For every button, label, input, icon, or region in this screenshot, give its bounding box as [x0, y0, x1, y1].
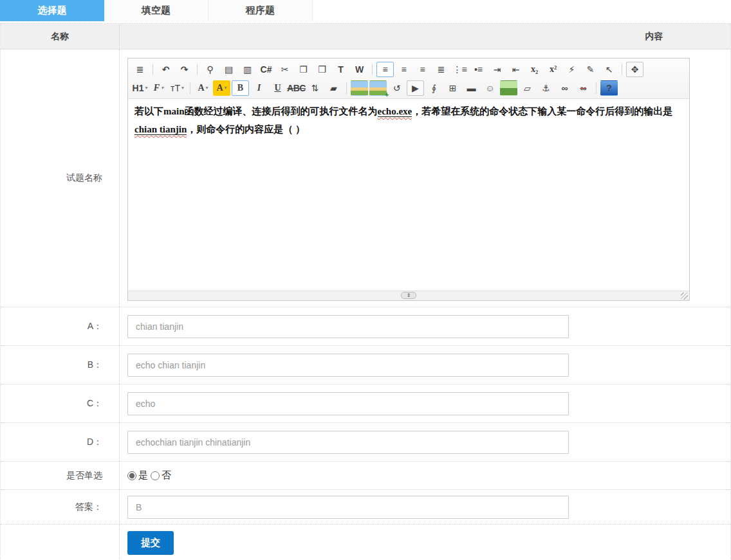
strikethrough-icon[interactable]: ABC: [288, 80, 305, 96]
answer-row: 答案：: [1, 490, 730, 525]
page-break-icon[interactable]: ▱: [519, 80, 536, 96]
flash-icon[interactable]: ↺: [388, 80, 405, 96]
option-input[interactable]: [127, 431, 569, 454]
cut-icon[interactable]: ✂: [276, 62, 293, 77]
align-center-icon[interactable]: ≡: [395, 62, 412, 77]
horizontal-rule-icon[interactable]: ▬: [463, 80, 480, 96]
line-height-icon[interactable]: ⇅: [306, 80, 324, 96]
tab-bar: 选择题 填空题 程序题: [0, 0, 731, 21]
resize-handle-icon[interactable]: ⇕: [401, 292, 416, 299]
option-input[interactable]: [127, 354, 569, 377]
separator: [596, 82, 597, 94]
radio-option-no[interactable]: 否: [151, 469, 171, 482]
table-icon[interactable]: ⊞: [444, 80, 461, 96]
question-text-segment: 若以下main函数经过编译、连接后得到的可执行文件名为: [134, 106, 378, 116]
fullscreen-icon[interactable]: ✥: [626, 62, 643, 77]
subscript-icon[interactable]: x₂: [526, 62, 543, 77]
font-size-select[interactable]: ᴛT: [169, 80, 186, 96]
print-icon[interactable]: ▤: [220, 62, 237, 77]
answer-label: 答案：: [1, 490, 120, 524]
tab-choice-question[interactable]: 选择题: [0, 0, 104, 21]
anchor-icon[interactable]: ⚓: [537, 80, 555, 96]
link-icon[interactable]: ∞: [556, 80, 573, 96]
question-text-segment: echo.exe: [378, 106, 412, 117]
attachment-icon[interactable]: ∮: [425, 80, 443, 96]
redo-icon[interactable]: ↷: [176, 62, 193, 77]
toolbar-row-1: ≣↶↷⚲▤▥C#✂❐❒TW≡≡≡≣⋮≡•≡⇥⇤x₂x²⚡✎↖✥: [131, 60, 687, 78]
option-label: C：: [1, 384, 120, 422]
code-icon[interactable]: C#: [257, 62, 275, 77]
align-left-icon[interactable]: ≡: [376, 62, 394, 77]
option-row: D：: [1, 423, 730, 462]
submit-button[interactable]: 提交: [127, 531, 174, 555]
single-choice-row: 是否单选 是 否: [1, 462, 730, 490]
option-input[interactable]: [127, 392, 569, 415]
emoticon-icon[interactable]: ☺: [481, 80, 499, 96]
submit-row-spacer: [1, 525, 120, 560]
select-all-icon[interactable]: ↖: [600, 62, 618, 77]
tab-program-question[interactable]: 程序题: [208, 0, 313, 21]
heading-select[interactable]: H1: [131, 80, 149, 96]
preview-icon[interactable]: ⚲: [201, 62, 219, 77]
source-icon[interactable]: ≣: [131, 62, 149, 77]
paste-icon[interactable]: ❒: [313, 62, 331, 77]
option-label: A：: [1, 307, 120, 345]
separator: [197, 64, 198, 75]
bold-icon[interactable]: B: [232, 80, 249, 96]
option-input[interactable]: [127, 315, 569, 338]
option-label: D：: [1, 423, 120, 461]
paste-as-text-icon[interactable]: T: [332, 62, 349, 77]
underline-icon[interactable]: U: [269, 80, 286, 96]
separator: [153, 64, 153, 75]
unlink-icon[interactable]: ∞: [575, 80, 592, 96]
media-icon[interactable]: ▶: [407, 80, 424, 96]
question-text-segment: ，则命令行的内容应是（ ）: [187, 124, 305, 134]
header-name: 名称: [1, 24, 120, 49]
radio-no[interactable]: [151, 471, 160, 480]
corner-resize-grip-icon[interactable]: [681, 293, 688, 300]
submit-row: 提交: [1, 525, 730, 560]
paste-from-word-icon[interactable]: W: [351, 62, 368, 77]
answer-input[interactable]: [127, 496, 569, 519]
undo-icon[interactable]: ↶: [157, 62, 174, 77]
text-color-icon[interactable]: A: [194, 80, 212, 96]
rich-text-editor: ≣↶↷⚲▤▥C#✂❐❒TW≡≡≡≣⋮≡•≡⇥⇤x₂x²⚡✎↖✥ H1FᴛTAAB…: [127, 58, 690, 301]
superscript-icon[interactable]: x²: [544, 62, 562, 77]
ordered-list-icon[interactable]: ⋮≡: [451, 62, 468, 77]
template-icon[interactable]: ▥: [239, 62, 256, 77]
italic-icon[interactable]: I: [250, 80, 268, 96]
separator: [372, 64, 373, 75]
multi-image-icon[interactable]: [369, 80, 387, 96]
option-row: C：: [1, 384, 730, 423]
option-row: A：: [1, 307, 730, 346]
highlight-color-icon[interactable]: A: [213, 80, 230, 96]
radio-option-yes[interactable]: 是: [127, 469, 148, 482]
clear-html-icon[interactable]: ⚡: [563, 62, 580, 77]
font-name-select[interactable]: F: [150, 80, 167, 96]
editor-content-area[interactable]: 若以下main函数经过编译、连接后得到的可执行文件名为echo.exe，若希望在…: [128, 99, 689, 291]
image-icon[interactable]: [351, 80, 368, 96]
copy-icon[interactable]: ❐: [295, 62, 312, 77]
about-icon[interactable]: ?: [600, 80, 618, 96]
option-rows: A： B： C： D：: [1, 307, 730, 462]
toolbar-row-2: H1FᴛTAABIUABC⇅▰↺▶∮⊞▬☺▱⚓∞∞?: [131, 78, 687, 97]
align-right-icon[interactable]: ≡: [414, 62, 431, 77]
tab-fill-blank-question[interactable]: 填空题: [104, 0, 208, 21]
radio-yes[interactable]: [127, 471, 136, 480]
question-name-label: 试题名称: [1, 50, 120, 307]
quick-format-icon[interactable]: ✎: [582, 62, 599, 77]
radio-no-label: 否: [162, 469, 171, 482]
option-label: B：: [1, 346, 120, 384]
option-row: B：: [1, 346, 730, 384]
outdent-icon[interactable]: ⇤: [507, 62, 524, 77]
question-text: 若以下main函数经过编译、连接后得到的可执行文件名为echo.exe，若希望在…: [134, 102, 683, 138]
align-justify-icon[interactable]: ≣: [432, 62, 450, 77]
map-icon[interactable]: [500, 80, 517, 96]
question-name-row: 试题名称 ≣↶↷⚲▤▥C#✂❐❒TW≡≡≡≣⋮≡•≡⇥⇤x₂x²⚡✎↖✥ H1F…: [1, 50, 730, 307]
editor-statusbar: ⇕: [128, 291, 689, 300]
unordered-list-icon[interactable]: •≡: [470, 62, 487, 77]
question-text-segment: chian tianjin: [134, 124, 187, 135]
indent-icon[interactable]: ⇥: [488, 62, 506, 77]
remove-format-icon[interactable]: ▰: [325, 80, 342, 96]
separator: [622, 64, 622, 75]
